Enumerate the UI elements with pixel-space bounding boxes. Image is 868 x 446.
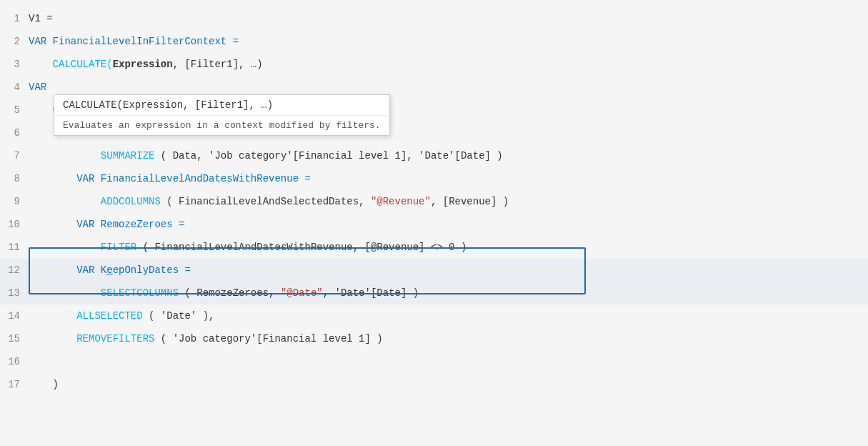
line-content-16: [29, 350, 868, 373]
code-area: 1 V1 = 2 VAR FinancialLevelInFilterConte…: [0, 0, 868, 446]
line-num-5: 5: [0, 99, 29, 122]
code-line-8: 8 VAR FinancialLevelAndDatesWithRevenue …: [0, 167, 868, 190]
line-num-2: 2: [0, 30, 29, 53]
code-line-7: 7 SUMMARIZE ( Data, 'Job category'[Finan…: [0, 144, 868, 167]
line-content-13: SELECTCOLUMNS ( RemozeZeroes, "@Date", '…: [29, 282, 868, 304]
line-content-8: VAR FinancialLevelAndDatesWithRevenue =: [29, 167, 868, 190]
code-line-15: 15 REMOVEFILTERS ( 'Job category'[Financ…: [0, 327, 868, 350]
autocomplete-desc: Evaluates an expression in a context mod…: [54, 116, 389, 135]
code-line-3: 3 CALCULATE(Expression, [Filter1], …) CA…: [0, 53, 868, 76]
line-num-8: 8: [0, 167, 29, 190]
line-num-16: 16: [0, 350, 29, 373]
code-line-12: 12 VAR KeepOnlyDates =: [0, 259, 868, 282]
line-num-10: 10: [0, 213, 29, 236]
code-line-1: 1 V1 =: [0, 7, 868, 30]
code-line-16: 16: [0, 350, 868, 373]
code-line-2: 2 VAR FinancialLevelInFilterContext =: [0, 30, 868, 53]
line-num-14: 14: [0, 304, 29, 327]
line-content-12: VAR KeepOnlyDates =: [29, 259, 868, 282]
line-num-12: 12: [0, 259, 29, 282]
code-line-14: 14 ALLSELECTED ( 'Date' ),: [0, 304, 868, 327]
line-content-14: ALLSELECTED ( 'Date' ),: [29, 304, 868, 327]
line-num-11: 11: [0, 236, 29, 259]
line-content-17: ): [29, 373, 868, 396]
line-content-7: SUMMARIZE ( Data, 'Job category'[Financi…: [29, 144, 868, 167]
line-num-9: 9: [0, 190, 29, 213]
autocomplete-header: CALCULATE(Expression, [Filter1], …): [54, 95, 389, 116]
line-num-4: 4: [0, 76, 29, 99]
line-num-3: 3: [0, 53, 29, 76]
code-line-17: 17 ): [0, 373, 868, 396]
line-content-15: REMOVEFILTERS ( 'Job category'[Financial…: [29, 327, 868, 350]
line-num-13: 13: [0, 282, 29, 304]
code-line-9: 9 ADDCOLUMNS ( FinancialLevelAndSelected…: [0, 190, 868, 213]
line-num-1: 1: [0, 7, 29, 30]
code-line-13: 13 SELECTCOLUMNS ( RemozeZeroes, "@Date"…: [0, 282, 868, 304]
line-content-11: FILTER ( FinancialLevelAndDatesWithReven…: [29, 236, 868, 259]
code-line-10: 10 VAR RemozeZeroes =: [0, 213, 868, 236]
line-num-17: 17: [0, 373, 29, 396]
code-line-11: 11 FILTER ( FinancialLevelAndDatesWithRe…: [0, 236, 868, 259]
line-num-7: 7: [0, 144, 29, 167]
line-content-3: CALCULATE(Expression, [Filter1], …): [29, 53, 868, 76]
line-content-9: ADDCOLUMNS ( FinancialLevelAndSelectedDa…: [29, 190, 868, 213]
line-content-2: VAR FinancialLevelInFilterContext =: [29, 30, 868, 53]
line-num-6: 6: [0, 122, 29, 144]
line-content-10: VAR RemozeZeroes =: [29, 213, 868, 236]
line-num-15: 15: [0, 327, 29, 350]
line-content-1: V1 =: [29, 7, 868, 30]
editor-container: 1 V1 = 2 VAR FinancialLevelInFilterConte…: [0, 0, 868, 446]
autocomplete-popup: CALCULATE(Expression, [Filter1], …) Eval…: [54, 94, 390, 136]
